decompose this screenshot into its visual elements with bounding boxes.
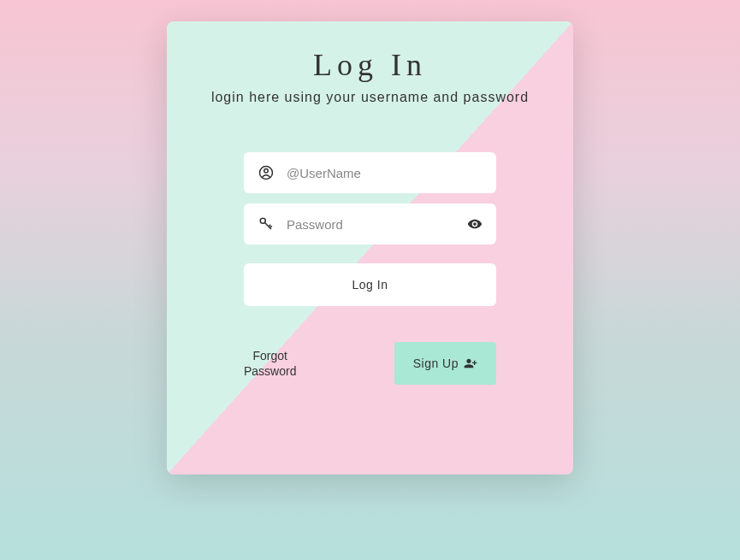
login-button[interactable]: Log In	[244, 263, 496, 306]
username-row	[244, 152, 496, 193]
eye-icon[interactable]	[467, 216, 482, 232]
user-plus-icon	[464, 357, 477, 370]
forgot-line1: Forgot	[253, 349, 287, 363]
signup-label: Sign Up	[413, 357, 459, 370]
password-input[interactable]	[287, 217, 482, 232]
card-content: Log In login here using your username an…	[167, 21, 573, 410]
page-subtitle: login here using your username and passw…	[184, 90, 556, 105]
forgot-password-link[interactable]: Forgot Password	[244, 348, 296, 379]
key-icon	[258, 215, 275, 233]
login-card: Log In login here using your username an…	[167, 21, 573, 475]
page-title: Log In	[184, 47, 556, 83]
signup-button[interactable]: Sign Up	[394, 342, 496, 385]
user-icon	[258, 164, 275, 181]
forgot-line2: Password	[244, 364, 296, 378]
svg-point-2	[260, 218, 265, 223]
bottom-actions: Forgot Password Sign Up	[244, 342, 496, 385]
username-input[interactable]	[287, 166, 482, 180]
svg-point-1	[264, 169, 269, 174]
password-row	[244, 203, 496, 245]
